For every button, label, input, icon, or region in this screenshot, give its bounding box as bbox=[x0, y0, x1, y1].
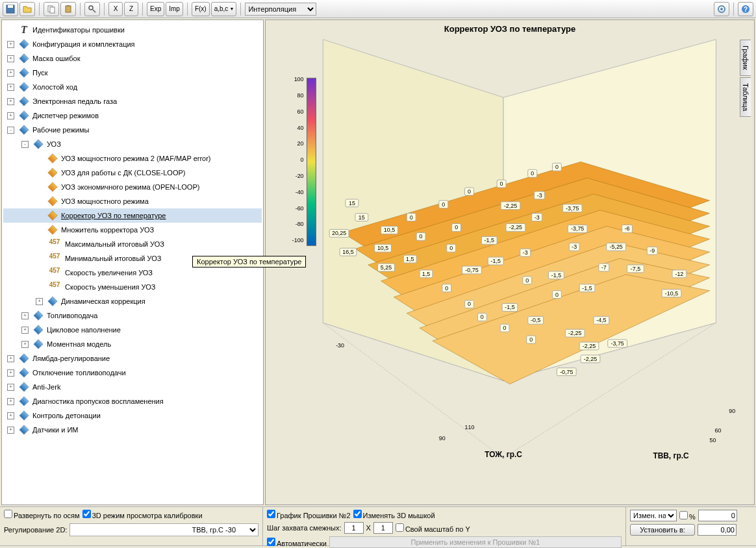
tree-item[interactable]: +Anti-Jerk bbox=[3, 380, 262, 394]
tree-item[interactable]: +Контроль детонации bbox=[3, 408, 262, 423]
set-to-button[interactable]: Установить в: bbox=[630, 524, 695, 536]
svg-text:100: 100 bbox=[294, 76, 304, 82]
tree-item-label: Корректор УОЗ по температуре bbox=[61, 212, 166, 219]
reg-2d-combo[interactable]: ТВВ, гр.С -30 bbox=[69, 523, 258, 536]
help-button[interactable]: ? bbox=[738, 2, 753, 16]
set-to-input[interactable] bbox=[698, 524, 737, 536]
tree-item[interactable]: -УОЗ bbox=[3, 137, 262, 151]
axis-z-button[interactable]: Z bbox=[124, 2, 138, 16]
svg-text:-1,5: -1,5 bbox=[582, 285, 592, 292]
tree-item[interactable]: +Маска ошибок bbox=[3, 51, 262, 66]
tree-expander[interactable]: + bbox=[7, 427, 14, 434]
tree-item[interactable]: УОЗ мощностного режима bbox=[3, 194, 262, 208]
step-x-input[interactable] bbox=[344, 522, 364, 534]
tree-expander[interactable]: + bbox=[21, 327, 29, 334]
tree-expander[interactable]: - bbox=[7, 127, 14, 134]
tree-item[interactable]: +Холостой ход bbox=[3, 80, 262, 94]
svg-text:-6: -6 bbox=[625, 225, 630, 232]
tab-table[interactable]: Таблица bbox=[740, 77, 751, 117]
settings-button[interactable] bbox=[714, 2, 729, 16]
tree-item[interactable]: +Топливоподача bbox=[3, 308, 262, 323]
svg-text:-1,5: -1,5 bbox=[551, 272, 561, 279]
tree-expander bbox=[7, 27, 14, 34]
mode-3d-check[interactable]: 3D режим просмотра калибровки bbox=[82, 510, 203, 519]
apply-changes-button[interactable]: Применить изменения к Прошивки №1 bbox=[329, 536, 622, 548]
svg-text:-1,5: -1,5 bbox=[485, 237, 494, 243]
tree-item[interactable]: +Лямбда-регулирование bbox=[3, 351, 262, 366]
open-button[interactable] bbox=[19, 2, 35, 16]
tree-item[interactable]: +Электронная педаль газа bbox=[3, 94, 262, 108]
svg-text:0: 0 bbox=[449, 245, 453, 251]
svg-text:-0,75: -0,75 bbox=[560, 369, 573, 375]
tab-graph[interactable]: График bbox=[740, 40, 751, 76]
svg-text:-30: -30 bbox=[336, 342, 344, 349]
tree-item[interactable]: Множитель корректора УОЗ bbox=[3, 223, 262, 237]
tree-expander[interactable]: - bbox=[21, 141, 29, 148]
tree-item[interactable]: Корректор УОЗ по температуре bbox=[3, 208, 262, 223]
tree-item[interactable]: 457Скорость увеличения УОЗ bbox=[3, 266, 262, 280]
tree-item[interactable]: +Моментная модель bbox=[3, 337, 262, 351]
abc-dropdown[interactable]: a,b,c▼ bbox=[211, 2, 237, 16]
step-y-input[interactable] bbox=[373, 522, 393, 534]
tree-expander[interactable]: + bbox=[7, 112, 14, 119]
svg-text:90: 90 bbox=[439, 435, 446, 442]
tree-item[interactable]: +Пуск bbox=[3, 66, 262, 80]
expand-axes-check[interactable]: Развернуть по осям bbox=[4, 510, 80, 519]
tree-item-label: Маска ошибок bbox=[32, 55, 80, 62]
find-button[interactable] bbox=[84, 2, 100, 16]
tree-item[interactable]: УОЗ для работы с ДК (CLOSE-LOOP) bbox=[3, 166, 262, 180]
tree-expander[interactable]: + bbox=[21, 341, 29, 348]
paste-button[interactable] bbox=[60, 2, 76, 16]
tree-expander[interactable]: + bbox=[7, 369, 14, 377]
tree-item[interactable]: +Цикловое наполнение bbox=[3, 323, 262, 337]
tree-item[interactable]: +Диспетчер режимов bbox=[3, 108, 262, 123]
tree-expander[interactable]: + bbox=[7, 69, 14, 77]
fx-button[interactable]: F(x) bbox=[192, 2, 210, 16]
tree-item[interactable]: +Динамическая коррекция bbox=[3, 294, 262, 308]
import-button[interactable]: Imp bbox=[166, 2, 183, 16]
axis-x-button[interactable]: X bbox=[108, 2, 123, 16]
tree-expander[interactable]: + bbox=[7, 98, 14, 105]
diamond-icon bbox=[33, 139, 43, 149]
tree-item-label: Датчики и ИМ bbox=[32, 426, 79, 434]
tree-item[interactable]: +Датчики и ИМ bbox=[3, 423, 262, 437]
interpolation-select[interactable]: Интерполяция bbox=[245, 3, 316, 16]
tree-item[interactable]: УОЗ мощностного режима 2 (MAF/MAP error) bbox=[3, 151, 262, 166]
change-by-combo[interactable]: Измен. на: bbox=[630, 510, 677, 521]
own-scale-y-check[interactable]: Свой масштаб по Y bbox=[396, 523, 470, 533]
tree-item[interactable]: +Отключение топливоподачи bbox=[3, 366, 262, 380]
tree-item[interactable]: 457Максимальный итоговый УОЗ bbox=[3, 237, 262, 251]
tree-expander[interactable]: + bbox=[36, 298, 43, 305]
tree-expander[interactable]: + bbox=[7, 398, 14, 405]
change-3d-mouse-check[interactable]: Изменять 3D мышкой bbox=[353, 510, 435, 519]
tree-item[interactable]: TИдентификаторы прошивки bbox=[3, 23, 262, 37]
svg-rect-5 bbox=[67, 5, 69, 6]
change-value-input[interactable] bbox=[698, 510, 737, 521]
svg-text:0: 0 bbox=[525, 277, 529, 284]
tree-expander[interactable]: + bbox=[21, 312, 29, 319]
tree-item[interactable]: +Конфигурация и комплектация bbox=[3, 37, 262, 51]
auto-check[interactable]: Автоматически bbox=[267, 538, 327, 547]
tree-expander[interactable]: + bbox=[7, 55, 14, 62]
tree-item[interactable]: -Рабочие режимы bbox=[3, 123, 262, 137]
copy-button[interactable] bbox=[44, 2, 59, 16]
export-button[interactable]: Exp bbox=[147, 2, 164, 16]
tree-expander[interactable]: + bbox=[7, 41, 14, 48]
svg-rect-15 bbox=[307, 78, 316, 245]
tree-item[interactable]: +Диагностика пропусков воспламенения bbox=[3, 394, 262, 408]
tree-item-label: Цикловое наполнение bbox=[47, 326, 121, 334]
svg-text:0: 0 bbox=[468, 301, 471, 307]
tree-expander[interactable]: + bbox=[7, 384, 14, 391]
tree-expander bbox=[36, 269, 43, 277]
svg-text:-7,5: -7,5 bbox=[631, 266, 640, 272]
chart-3d-surface[interactable]: 100 80 60 40 20 0 -20 -40 -60 -80 -100 bbox=[266, 20, 754, 504]
tree-expander[interactable]: + bbox=[7, 412, 14, 419]
percent-check[interactable]: % bbox=[679, 511, 696, 521]
tree-expander[interactable]: + bbox=[7, 84, 14, 91]
graph-fw2-check[interactable]: График Прошивки №2 bbox=[267, 510, 351, 519]
tree-expander bbox=[36, 284, 43, 291]
save-button[interactable] bbox=[3, 2, 18, 16]
tree-item[interactable]: УОЗ экономичного режима (OPEN-LOOP) bbox=[3, 180, 262, 194]
tree-item[interactable]: 457Скорость уменьшения УОЗ bbox=[3, 280, 262, 294]
tree-expander[interactable]: + bbox=[7, 355, 14, 362]
